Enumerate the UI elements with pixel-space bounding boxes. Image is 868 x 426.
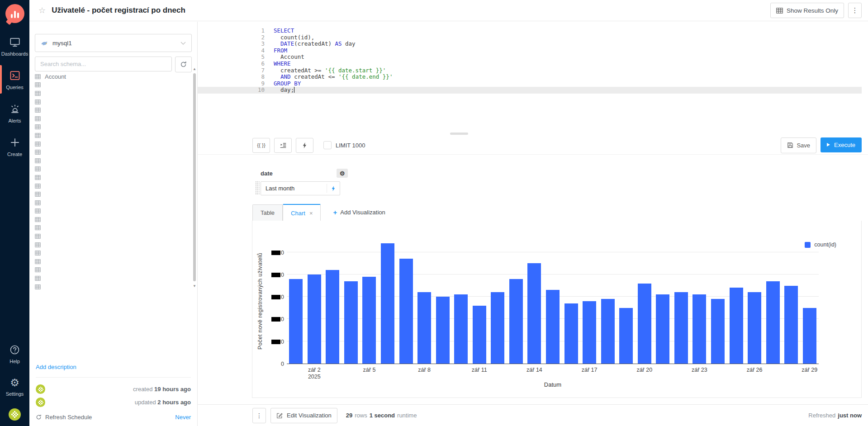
table-icon [35, 259, 41, 264]
bar [399, 259, 413, 364]
user-avatar[interactable] [9, 408, 21, 421]
schema-table-row[interactable] [35, 249, 191, 257]
page-title: Uživatelé - počet registrací po dnech [52, 6, 185, 15]
code-line[interactable]: 4FROM [198, 47, 862, 54]
code-line[interactable]: 10 day; [198, 87, 862, 94]
schema-table-row[interactable] [35, 266, 191, 275]
save-button[interactable]: Save [781, 137, 816, 153]
insert-parameter-button[interactable]: {{ }} [252, 138, 270, 153]
code-line[interactable]: 8 AND createdAt <= '{{ date.end }}' [198, 74, 862, 80]
sidebar-item-alerts[interactable]: Alerts [0, 103, 29, 123]
x-tick-label: zář 29 [802, 367, 817, 374]
refresh-schedule-value-link[interactable]: Never [175, 414, 191, 421]
sidebar-item-settings[interactable]: ⚙ Settings [0, 377, 29, 397]
monitor-icon [9, 36, 21, 48]
execute-button[interactable]: Execute [821, 137, 862, 152]
schema-table-row[interactable] [35, 156, 191, 165]
search-schema-input[interactable] [35, 57, 172, 71]
add-visualization-button[interactable]: + Add Visualization [333, 208, 385, 216]
x-tick-label: zář 11 [472, 367, 487, 374]
table-icon [35, 284, 41, 289]
limit-control: LIMIT 1000 [323, 141, 365, 149]
tab-chart[interactable]: Chart × [283, 204, 321, 221]
sidebar-item-label: Help [9, 359, 20, 364]
schema-table-row[interactable] [35, 81, 191, 90]
schema-table-row[interactable] [35, 182, 191, 190]
parameter-value-dropdown[interactable]: Last month [261, 181, 340, 195]
schema-table-row[interactable] [35, 241, 191, 249]
schema-table-row[interactable] [35, 232, 191, 241]
tab-table[interactable]: Table [252, 204, 283, 221]
sql-editor-code[interactable]: 1SELECT2 count(id),3 DATE(createdAt) AS … [198, 28, 862, 94]
format-query-button[interactable] [274, 138, 292, 153]
edit-visualization-button[interactable]: Edit Visualization [270, 408, 337, 423]
schema-table-row[interactable] [35, 114, 191, 123]
table-icon [35, 124, 41, 129]
schema-table-row[interactable] [35, 140, 191, 148]
parameter-drag-handle[interactable] [255, 181, 260, 195]
schema-table-row[interactable] [35, 106, 191, 114]
code-line[interactable]: 7 createdAt >= '{{ date.start }}' [198, 67, 862, 74]
schema-table-row[interactable] [35, 224, 191, 232]
schema-panel: mysql1 Account ▲ ▼ Add description creat… [29, 22, 198, 426]
schema-table-row[interactable] [35, 173, 191, 182]
limit-checkbox[interactable] [323, 141, 332, 149]
table-icon [35, 208, 41, 213]
sidebar-item-dashboards[interactable]: Dashboards [0, 36, 29, 57]
redash-logo[interactable] [5, 4, 24, 23]
sidebar-item-create[interactable]: Create [0, 137, 29, 157]
schema-table-row[interactable] [35, 131, 191, 140]
schema-scrollbar-thumb[interactable] [193, 73, 196, 281]
code-line[interactable]: 6WHERE [198, 61, 862, 67]
sidebar-item-queries[interactable]: Queries [0, 70, 29, 90]
schema-table-row[interactable] [35, 274, 191, 283]
header-more-menu-button[interactable]: ⋮ [848, 3, 862, 18]
refresh-schema-button[interactable] [175, 57, 192, 72]
bar [344, 281, 358, 364]
line-number: 8 [198, 74, 270, 80]
y-tick-label: 0 [281, 361, 284, 367]
favorite-star-icon[interactable]: ☆ [38, 5, 46, 15]
bar [583, 301, 596, 364]
schema-table-row[interactable] [35, 98, 191, 106]
code-line[interactable]: 1SELECT [198, 28, 862, 34]
autocomplete-toggle-button[interactable] [296, 138, 313, 153]
schema-table-row[interactable] [35, 165, 191, 174]
apply-changes-lightning-icon[interactable] [327, 184, 340, 193]
schema-table-row[interactable] [35, 123, 191, 132]
datasource-select[interactable]: mysql1 [35, 34, 192, 52]
scroll-down-arrow-icon[interactable]: ▼ [192, 284, 197, 288]
code-line[interactable]: 3 DATE(createdAt) AS day [198, 41, 862, 47]
bar [693, 294, 706, 364]
indent-icon [280, 142, 287, 149]
sidebar-item-help[interactable]: Help [0, 344, 29, 364]
schema-table-row[interactable] [35, 283, 191, 291]
x-tick-label: zář 23 [692, 367, 707, 374]
schema-table-row[interactable] [35, 190, 191, 199]
schema-table-row[interactable] [35, 215, 191, 224]
code-line[interactable]: 5 Account [198, 54, 862, 61]
editor-resize-handle[interactable] [450, 133, 468, 135]
schema-table-row[interactable] [35, 89, 191, 98]
schema-table-row[interactable] [35, 199, 191, 207]
query-header: ☆ Uživatelé - počet registrací po dnech … [29, 0, 868, 21]
schema-table-row[interactable] [35, 257, 191, 266]
x-tick-label: zář 22025 [308, 367, 321, 380]
code-line[interactable]: 2 count(id), [198, 34, 862, 41]
table-icon [35, 192, 41, 197]
results-more-menu-button[interactable]: ⋮ [252, 408, 266, 423]
schema-table-row[interactable] [35, 148, 191, 156]
terminal-icon [9, 70, 21, 81]
scroll-up-arrow-icon[interactable]: ▲ [192, 67, 197, 71]
refresh-schedule-label: Refresh Schedule [45, 414, 92, 421]
code-line[interactable]: 9GROUP BY [198, 80, 862, 87]
close-icon[interactable]: × [309, 210, 313, 217]
show-results-only-button[interactable]: Show Results Only [770, 3, 844, 18]
table-icon [35, 166, 41, 171]
schema-table-row[interactable] [35, 207, 191, 216]
parameter-settings-button[interactable]: ⚙ [337, 169, 348, 178]
line-number: 3 [198, 41, 270, 47]
add-description-link[interactable]: Add description [36, 364, 76, 370]
chart-plot [287, 239, 819, 364]
schema-table-row[interactable]: Account [35, 72, 191, 81]
